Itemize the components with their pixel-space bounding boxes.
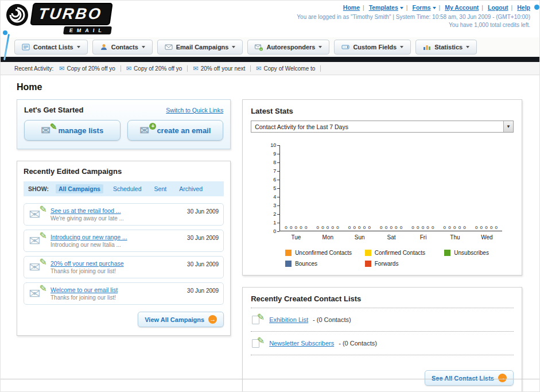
show-label: SHOW: <box>28 185 49 192</box>
recent-activity-item[interactable]: ✉ Copy of 20% off yo <box>126 65 188 72</box>
filter-sent[interactable]: Sent <box>151 184 170 193</box>
manage-lists-button[interactable]: ✉ ✎ manage lists <box>24 120 121 141</box>
campaign-envelope-icon: ✉ ✎ <box>29 261 46 274</box>
nav-link-logout[interactable]: Logout <box>488 4 508 11</box>
chevron-down-icon <box>433 7 436 9</box>
campaign-date: 30 Jun 2009 <box>183 260 219 267</box>
footer-divider <box>1 379 539 379</box>
y-tick-label: 8 <box>273 160 276 165</box>
tab-label: Contact Lists <box>33 44 73 51</box>
tab-contact-lists[interactable]: Contact Lists <box>14 40 88 55</box>
campaign-subtitle: Thanks for joining our list! <box>50 268 178 274</box>
filter-all-campaigns[interactable]: All Campaigns <box>56 184 103 193</box>
campaign-row[interactable]: ✉ ✎ Introducing our new range ... Introd… <box>24 230 224 252</box>
y-axis-tick: 7 <box>273 168 279 174</box>
stats-period-value: Contact Activity for the Last 7 Days <box>255 123 348 130</box>
campaign-title-link[interactable]: See us at the retail food ... <box>50 207 178 214</box>
legend-label: Unconfirmed Contacts <box>295 250 352 256</box>
legend-item: Forwards <box>365 261 445 267</box>
nav-link-help[interactable]: Help <box>517 4 530 11</box>
tab-autoresponders[interactable]: Autoresponders <box>247 40 329 55</box>
chart-values-row: 0 0 0 0 00 0 0 0 00 0 0 0 00 0 0 0 00 0 … <box>280 225 502 230</box>
filter-scheduled[interactable]: Scheduled <box>110 184 145 193</box>
logo-swirl-icon <box>5 3 29 27</box>
campaign-row[interactable]: ✉ ✎ 20% off your next purchase Thanks fo… <box>24 256 224 278</box>
chevron-down-icon <box>77 46 80 48</box>
chart-plot-area: 0 0 0 0 00 0 0 0 00 0 0 0 00 0 0 0 00 0 … <box>279 145 502 231</box>
recent-activity-item[interactable]: ✉ Copy of 20% off yo <box>59 65 121 72</box>
pencil-glyph: ✎ <box>40 204 47 215</box>
y-tick-label: 1 <box>273 220 276 226</box>
nav-link-forms[interactable]: Forms <box>412 4 436 11</box>
tab-statistics[interactable]: Statistics <box>415 40 477 55</box>
envelope-plus-icon: ✉ + <box>139 125 152 136</box>
campaign-title-link[interactable]: Welcome to our email list <box>50 286 178 293</box>
corner-decoration-dot <box>534 5 539 10</box>
tab-email-campaigns[interactable]: Email Campaigns <box>157 40 243 55</box>
envelope-glyph: ✉ <box>29 259 40 275</box>
tab-label: Statistics <box>434 44 463 51</box>
x-axis-label: Thu <box>439 234 471 240</box>
campaign-title-link[interactable]: Introducing our new range ... <box>50 234 178 240</box>
chart-group-values: 0 0 0 0 0 <box>439 225 471 230</box>
turbo-email-logo[interactable]: TURBO EMAIL <box>5 3 111 34</box>
y-tick-label: 9 <box>273 151 276 157</box>
create-email-button[interactable]: ✉ + create an email <box>127 120 224 141</box>
recent-activity-item[interactable]: ✉ Copy of Welcome to <box>256 65 321 72</box>
tab-label: Email Campaigns <box>176 44 229 51</box>
campaign-row[interactable]: ✉ ✎ Welcome to our email list Thanks for… <box>24 282 224 305</box>
create-email-label: create an email <box>157 126 211 135</box>
chevron-down-icon <box>318 46 322 48</box>
envelope-glyph: ✉ <box>29 207 40 222</box>
envelope-glyph: ✉ <box>41 124 50 137</box>
legend-swatch <box>365 261 371 267</box>
campaign-title-link[interactable]: 20% off your next purchase <box>50 260 178 267</box>
y-tick-label: 6 <box>273 177 276 183</box>
view-all-campaigns-button[interactable]: View All Campaigns → <box>138 312 224 327</box>
pencil-glyph: ✎ <box>40 283 47 294</box>
tab-contacts[interactable]: Contacts <box>92 40 153 55</box>
recent-activity-item[interactable]: ✉ 20% off your next <box>193 65 251 72</box>
contact-list-detail: - (0 Contacts) <box>313 316 351 323</box>
campaign-row[interactable]: ✉ ✎ See us at the retail food ... We're … <box>24 203 224 226</box>
x-axis-label: Sat <box>375 234 407 240</box>
legend-item: Unconfirmed Contacts <box>285 250 365 256</box>
stats-panel-title: Latest Stats <box>251 107 514 115</box>
nav-link-label: Forms <box>412 4 430 11</box>
nav-link-templates[interactable]: Templates <box>369 4 403 11</box>
contact-list-row[interactable]: ✎ Newsletter Subscribers - (0 Contacts) <box>251 332 514 355</box>
separator: | <box>511 4 513 11</box>
pencil-glyph: ✎ <box>257 312 265 323</box>
filter-archived[interactable]: Archived <box>176 184 205 193</box>
pencil-glyph: ✎ <box>257 335 265 346</box>
legend-swatch <box>285 261 292 267</box>
legend-label: Bounces <box>295 261 317 267</box>
contact-list-row[interactable]: ✎ Exhibition List - (0 Contacts) <box>251 308 514 332</box>
nav-link-label: Help <box>517 4 530 11</box>
nav-link-my-account[interactable]: My Account <box>445 4 479 11</box>
legend-label: Unsubscribes <box>454 250 489 256</box>
tab-custom-fields[interactable]: Custom Fields <box>334 40 411 55</box>
chart-group-values: 0 0 0 0 0 <box>375 225 407 230</box>
y-axis-tick: 9 <box>273 151 279 157</box>
campaign-subtitle: We're giving away our late ... <box>50 215 178 222</box>
y-axis-tick: 10 <box>270 142 279 148</box>
arrow-glyph: → <box>209 316 216 323</box>
x-axis-label: Sun <box>344 234 375 240</box>
stats-period-select[interactable]: Contact Activity for the Last 7 Days ▼ <box>251 121 514 133</box>
contact-list-link[interactable]: Exhibition List <box>269 316 308 323</box>
separator: | <box>363 4 364 11</box>
nav-link-home[interactable]: Home <box>343 4 360 11</box>
chevron-down-icon <box>142 46 145 48</box>
main-nav-tabs: Contact Lists Contacts Email Campaigns A… <box>1 37 539 57</box>
see-all-contact-lists-button[interactable]: See All Contact Lists → <box>425 370 514 386</box>
y-tick-label: 2 <box>273 211 276 217</box>
contact-list-link[interactable]: Newsletter Subscribers <box>269 340 334 347</box>
switch-quick-links-link[interactable]: Switch to Quick Links <box>166 107 223 114</box>
recently-edited-campaigns-panel: Recently Edited Campaigns SHOW: All Camp… <box>17 161 231 336</box>
pencil-list-icon: ✉ ✎ <box>41 125 53 136</box>
nav-link-label: Home <box>343 4 360 11</box>
chart-group-values: 0 0 0 0 0 <box>344 225 375 230</box>
chart-group-values: 0 0 0 0 0 <box>471 225 502 230</box>
chevron-down-icon <box>466 46 469 48</box>
